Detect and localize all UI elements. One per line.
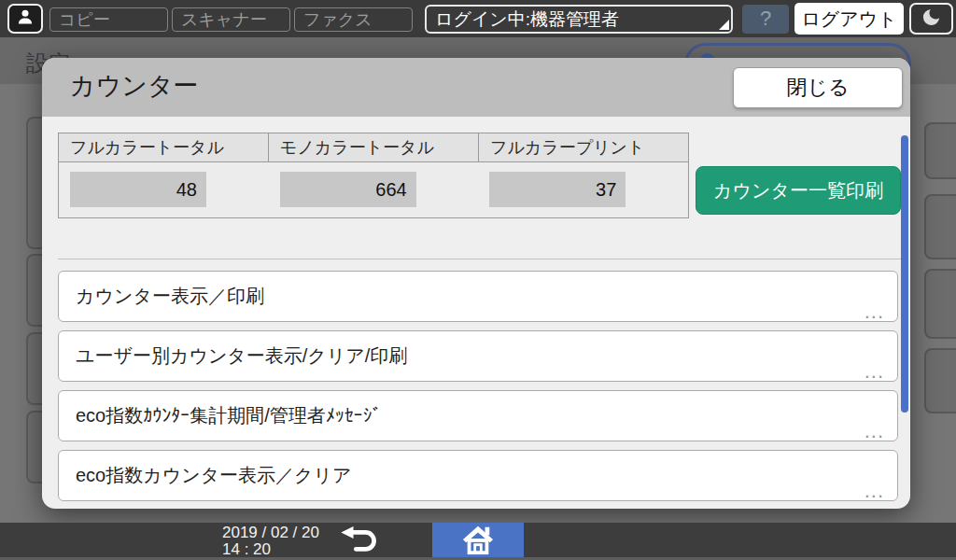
counter-cell: 664 <box>269 162 479 217</box>
tab-scanner[interactable]: スキャナー <box>172 7 290 32</box>
print-counter-list-button[interactable]: カウンター一覧印刷 <box>696 166 901 215</box>
screen: 設定 コピー スキャナー ファクス ログイン中:機器管理者 ? ログアウト <box>0 0 956 560</box>
tab-copy[interactable]: コピー <box>49 7 168 32</box>
bottom-bar: 2019 / 02 / 20 14 : 20 <box>0 523 956 560</box>
logout-button[interactable]: ログアウト <box>794 3 904 35</box>
counter-cell: 48 <box>59 162 269 217</box>
counter-table: フルカラートータル モノカラートータル フルカラープリント 48 664 37 <box>58 133 689 218</box>
counter-value-fullcolor-print: 37 <box>489 172 626 207</box>
menu-item-user-counter[interactable]: ユーザー別カウンター表示/クリア/印刷 ... <box>58 330 898 382</box>
background-list-item <box>924 269 956 339</box>
menu-item-label: カウンター表示／印刷 <box>76 272 264 321</box>
menu-item-eco-counter-display-clear[interactable]: eco指数カウンター表示／クリア ... <box>58 450 898 501</box>
counter-table-header: フルカラートータル モノカラートータル フルカラープリント <box>59 133 688 162</box>
close-button[interactable]: 閉じる <box>733 67 903 108</box>
column-header-mono-total: モノカラートータル <box>268 133 478 161</box>
moon-icon <box>921 7 942 32</box>
home-button[interactable] <box>432 523 524 560</box>
dialog-title: カウンター <box>70 58 199 114</box>
column-header-fullcolor-print: フルカラープリント <box>478 133 688 161</box>
datetime-display: 2019 / 02 / 20 14 : 20 <box>222 525 319 558</box>
divider <box>58 259 901 259</box>
login-status-label: ログイン中:機器管理者 <box>435 9 619 29</box>
date-text: 2019 / 02 / 20 <box>222 525 319 541</box>
counter-cell: 37 <box>478 162 688 217</box>
more-indicator: ... <box>865 479 884 503</box>
user-button[interactable] <box>7 4 43 34</box>
menu-item-label: eco指数カウンター表示／クリア <box>76 451 352 500</box>
counter-dialog: カウンター 閉じる フルカラートータル モノカラートータル フルカラープリント … <box>42 58 910 509</box>
scrollbar-thumb[interactable] <box>901 135 908 413</box>
background-list-item <box>924 348 956 413</box>
background-list-item <box>924 122 956 179</box>
counter-value-mono-total: 664 <box>280 172 416 207</box>
user-icon <box>16 7 35 30</box>
counter-table-values: 48 664 37 <box>59 162 688 217</box>
counter-value-fullcolor-total: 48 <box>70 172 206 207</box>
more-indicator: ... <box>865 359 884 384</box>
top-bar: コピー スキャナー ファクス ログイン中:機器管理者 ? ログアウト <box>0 0 956 37</box>
menu-item-eco-counter-period[interactable]: eco指数ｶｳﾝﾀｰ集計期間/管理者ﾒｯｾｰｼﾞ ... <box>58 390 898 441</box>
help-button[interactable]: ? <box>742 5 789 34</box>
more-indicator: ... <box>865 419 884 443</box>
column-header-fullcolor-total: フルカラートータル <box>59 133 268 161</box>
home-icon <box>460 524 496 559</box>
energy-saver-button[interactable] <box>909 3 953 35</box>
background-list-item <box>924 194 956 259</box>
tab-fax[interactable]: ファクス <box>294 7 413 32</box>
login-status-dropdown[interactable]: ログイン中:機器管理者 <box>425 5 733 34</box>
dropdown-corner-icon <box>719 20 729 30</box>
back-button[interactable] <box>336 523 385 560</box>
menu-item-counter-display-print[interactable]: カウンター表示／印刷 ... <box>58 271 898 322</box>
more-indicator: ... <box>865 300 884 324</box>
menu-item-label: ユーザー別カウンター表示/クリア/印刷 <box>76 331 407 381</box>
menu-item-label: eco指数ｶｳﾝﾀｰ集計期間/管理者ﾒｯｾｰｼﾞ <box>76 391 382 441</box>
time-text: 14 : 20 <box>222 541 319 558</box>
back-arrow-icon <box>339 525 382 558</box>
